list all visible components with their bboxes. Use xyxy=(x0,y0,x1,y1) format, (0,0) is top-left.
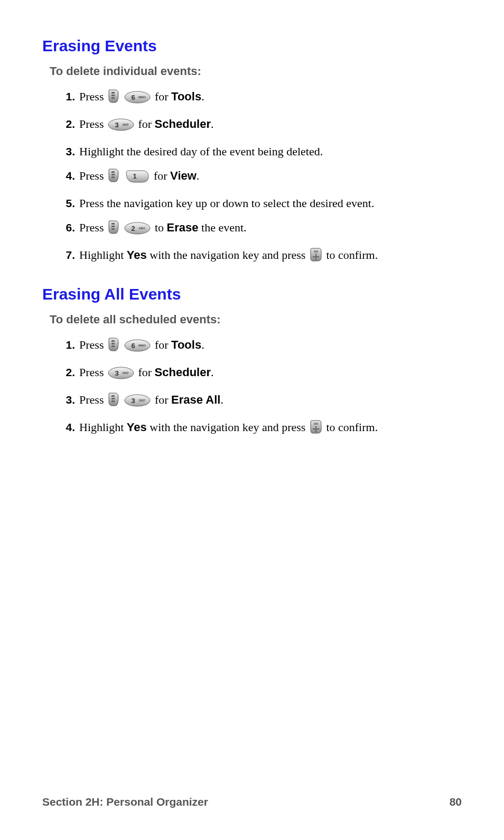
step-text: . xyxy=(211,366,214,379)
step-text: Press xyxy=(79,366,107,379)
step-text: the event. xyxy=(199,221,247,234)
step-text: for xyxy=(135,117,155,130)
step-item: 1.Press 6MNO for Tools. xyxy=(79,336,462,357)
step-text: Press xyxy=(79,393,107,406)
step-text: to confirm. xyxy=(323,421,378,434)
step-number: 4. xyxy=(56,418,75,436)
footer-section-label: Section 2H: Personal Organizer xyxy=(42,796,208,808)
svg-text:3: 3 xyxy=(115,121,118,129)
step-text: Press xyxy=(79,117,107,130)
step-text: . xyxy=(211,117,214,130)
step-item: 4.Press for View. xyxy=(79,167,462,188)
step-bold-text: Erase xyxy=(167,221,199,234)
step-bold-text: Tools xyxy=(171,338,201,351)
page-footer: Section 2H: Personal Organizer 80 xyxy=(42,796,462,808)
step-bold-text: View xyxy=(170,169,197,182)
step-item: 2.Press 3DEF for Scheduler. xyxy=(79,363,462,385)
key-2-icon: 2ABC xyxy=(124,222,151,240)
key-3-icon: 3DEF xyxy=(124,394,151,412)
step-number: 1. xyxy=(56,88,75,106)
step-text: for xyxy=(152,393,171,406)
step-text: to confirm. xyxy=(323,248,378,262)
menu-key-icon xyxy=(108,220,119,240)
steps-list-2: 1.Press 6MNO for Tools.2.Press 3DEF for … xyxy=(42,336,462,440)
step-text: . xyxy=(201,90,204,103)
step-text: for xyxy=(151,169,170,182)
step-text: with the navigation key and press xyxy=(147,421,309,434)
step-number: 2. xyxy=(56,363,75,381)
svg-text:2: 2 xyxy=(132,225,135,232)
step-item: 3.Press 3DEF for Erase All. xyxy=(79,391,462,412)
svg-text:MNO: MNO xyxy=(138,96,146,99)
step-text: for xyxy=(152,338,171,351)
key-6-icon: 6MNO xyxy=(124,339,151,357)
svg-text:6: 6 xyxy=(132,342,135,350)
step-bold-text: Scheduler xyxy=(155,366,211,379)
step-text: to xyxy=(152,221,166,234)
step-bold-text: Tools xyxy=(171,90,201,103)
step-text: for xyxy=(135,366,155,379)
step-text: . xyxy=(197,169,200,182)
menu-key-icon xyxy=(108,168,119,188)
steps-list-1: 1.Press 6MNO for Tools.2.Press 3DEF for … xyxy=(42,88,462,267)
ok-key-icon xyxy=(310,419,322,440)
heading-erasing-all-events: Erasing All Events xyxy=(42,285,462,303)
step-text: Press xyxy=(79,90,107,103)
svg-text:3: 3 xyxy=(132,397,135,405)
svg-text:DEF: DEF xyxy=(139,399,145,402)
step-text: Highlight xyxy=(79,421,127,434)
step-number: 5. xyxy=(56,194,75,212)
step-number: 7. xyxy=(56,246,75,264)
step-item: 2.Press 3DEF for Scheduler. xyxy=(79,115,462,136)
step-text: Press the navigation key up or down to s… xyxy=(79,197,374,210)
key-1-icon xyxy=(124,170,150,188)
step-item: 3.Highlight the desired day of the event… xyxy=(79,143,462,161)
svg-text:DEF: DEF xyxy=(123,371,129,375)
svg-text:ABC: ABC xyxy=(139,227,146,230)
document-page: Erasing Events To delete individual even… xyxy=(0,0,504,840)
step-number: 1. xyxy=(56,336,75,354)
step-item: 7.Highlight Yes with the navigation key … xyxy=(79,246,462,267)
svg-text:DEF: DEF xyxy=(123,123,129,126)
step-number: 6. xyxy=(56,219,75,237)
step-text: with the navigation key and press xyxy=(147,248,309,262)
step-text: Highlight the desired day of the event b… xyxy=(79,145,323,158)
step-item: 4.Highlight Yes with the navigation key … xyxy=(79,418,462,440)
menu-key-icon xyxy=(108,337,119,357)
svg-text:6: 6 xyxy=(132,94,135,101)
step-bold-text: Scheduler xyxy=(155,117,211,130)
subheading-delete-individual: To delete individual events: xyxy=(50,64,462,78)
step-number: 3. xyxy=(56,143,75,161)
ok-key-icon xyxy=(310,247,322,267)
svg-text:MNO: MNO xyxy=(138,344,146,347)
key-6-icon: 6MNO xyxy=(124,91,151,109)
footer-page-number: 80 xyxy=(450,796,462,808)
step-item: 6.Press 2ABC to Erase the event. xyxy=(79,219,462,240)
step-bold-text: Yes xyxy=(127,421,147,434)
step-bold-text: Erase All xyxy=(171,393,220,406)
subheading-delete-all: To delete all scheduled events: xyxy=(50,313,462,326)
step-text: Press xyxy=(79,338,107,351)
step-text: for xyxy=(152,90,171,103)
step-text: Press xyxy=(79,169,107,182)
step-bold-text: Yes xyxy=(127,248,147,262)
step-text: Highlight xyxy=(79,248,127,262)
step-item: 1.Press 6MNO for Tools. xyxy=(79,88,462,109)
step-text: Press xyxy=(79,221,107,234)
step-item: 5.Press the navigation key up or down to… xyxy=(79,194,462,212)
step-number: 3. xyxy=(56,391,75,409)
heading-erasing-events: Erasing Events xyxy=(42,37,462,55)
step-number: 2. xyxy=(56,115,75,133)
step-text: . xyxy=(201,338,204,351)
menu-key-icon xyxy=(108,392,119,412)
menu-key-icon xyxy=(108,89,119,109)
svg-text:3: 3 xyxy=(115,369,118,377)
step-text: . xyxy=(220,393,223,406)
key-3-icon: 3DEF xyxy=(108,118,134,136)
step-number: 4. xyxy=(56,167,75,185)
key-3-icon: 3DEF xyxy=(108,367,134,385)
